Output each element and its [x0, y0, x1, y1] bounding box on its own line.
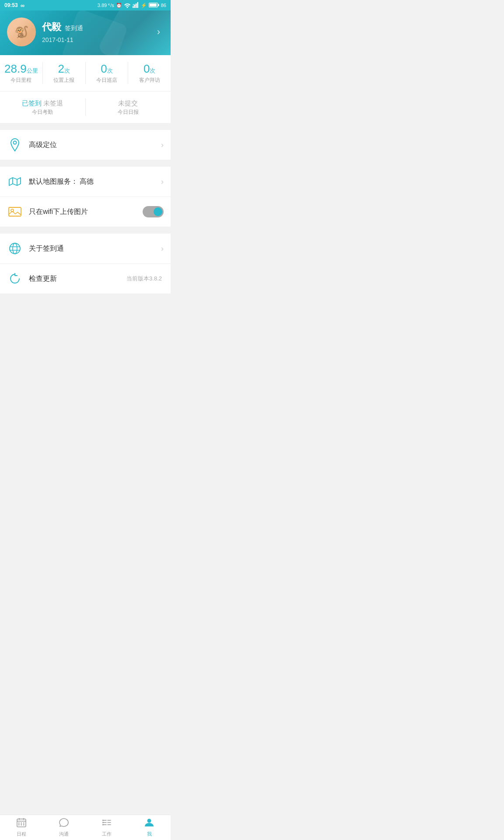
profile-left: 🐒 代毅 签到通 2017-01-11: [7, 18, 83, 46]
menu-about-text: 关于签到通: [29, 244, 161, 253]
user-name: 代毅: [42, 21, 61, 34]
svg-point-14: [10, 243, 20, 254]
stat-patrol-number: 0次: [86, 62, 128, 76]
menu-section-1: 高级定位 ›: [0, 130, 171, 160]
daily-report-label: 今日日报: [86, 108, 171, 116]
status-signed: 已签到: [22, 99, 42, 107]
signal-icon: 4G: [133, 2, 139, 9]
menu-about-arrow: ›: [161, 244, 164, 253]
battery-icon: [149, 2, 159, 9]
attendance-today: 已签到 未签退 今日考勤: [0, 98, 86, 116]
menu-item-location[interactable]: 高级定位 ›: [0, 130, 171, 160]
status-bar: 09:53 ∞ 3.89 ᴷ/s ⏰ 4G ⚡: [0, 0, 171, 10]
refresh-icon: [7, 271, 23, 287]
profile-header[interactable]: 🐒 代毅 签到通 2017-01-11 ›: [0, 10, 171, 55]
location-icon: [7, 137, 23, 153]
image-icon: [7, 204, 23, 220]
svg-rect-1: [133, 6, 134, 8]
attendance-status: 已签到 未签退: [0, 98, 85, 108]
attendance-section: 已签到 未签退 今日考勤 未提交 今日日报: [0, 91, 171, 123]
stat-location: 2次 位置上报: [43, 62, 86, 84]
menu-item-about[interactable]: 关于签到通 ›: [0, 234, 171, 264]
network-speed: 3.89 ᴷ/s: [98, 3, 114, 8]
stat-mileage-number: 28.9公里: [0, 62, 42, 76]
svg-point-9: [14, 141, 17, 144]
stat-mileage-label: 今日里程: [0, 77, 42, 84]
user-tag: 签到通: [65, 24, 83, 32]
svg-rect-12: [9, 207, 21, 216]
stat-patrol: 0次 今日巡店: [86, 62, 129, 84]
menu-item-update[interactable]: 检查更新 当前版本3.8.2: [0, 264, 171, 294]
wifi-icon: [124, 2, 131, 9]
status-left: 09:53 ∞: [4, 2, 24, 9]
menu-map-text: 默认地图服务： 高德: [29, 177, 161, 186]
lightning-icon: ⚡: [141, 3, 147, 8]
battery-level: 86: [161, 3, 166, 8]
menu-wifi-text: 只在wifi下上传图片: [29, 207, 143, 217]
globe-icon: [7, 241, 23, 256]
svg-rect-7: [150, 4, 157, 7]
user-info: 代毅 签到通 2017-01-11: [42, 21, 83, 43]
stats-section: 28.9公里 今日里程 2次 位置上报 0次 今日巡店 0次 客户拜访: [0, 55, 171, 91]
svg-rect-8: [158, 4, 159, 6]
wifi-toggle[interactable]: [143, 206, 164, 217]
attendance-label: 今日考勤: [0, 108, 85, 116]
avatar: 🐒: [7, 18, 36, 46]
svg-rect-4: [137, 2, 138, 8]
daily-report-status: 未提交: [86, 98, 171, 108]
stat-visit-label: 客户拜访: [128, 77, 171, 84]
divider-2: [0, 163, 171, 167]
daily-report: 未提交 今日日报: [86, 98, 171, 116]
toggle-track: [143, 206, 164, 217]
menu-map-arrow: ›: [161, 177, 164, 186]
toggle-thumb: [154, 207, 162, 216]
status-time: 09:53: [4, 2, 18, 8]
menu-location-text: 高级定位: [29, 140, 161, 150]
stat-location-label: 位置上报: [43, 77, 85, 84]
version-text: 当前版本3.8.2: [126, 275, 162, 283]
map-icon: [7, 174, 23, 189]
stat-mileage: 28.9公里 今日里程: [0, 62, 43, 84]
svg-point-15: [13, 243, 17, 254]
svg-text:4G: 4G: [133, 4, 136, 6]
stat-visit: 0次 客户拜访: [128, 62, 171, 84]
avatar-image: 🐒: [7, 18, 36, 46]
menu-location-arrow: ›: [161, 140, 164, 150]
user-date: 2017-01-11: [42, 36, 83, 43]
menu-item-wifi-upload[interactable]: 只在wifi下上传图片: [0, 197, 171, 227]
infinity-icon: ∞: [21, 2, 24, 9]
status-not-signed-out: 未签退: [43, 99, 63, 107]
divider-1: [0, 126, 171, 130]
divider-3: [0, 230, 171, 234]
menu-update-text: 检查更新: [29, 274, 126, 284]
profile-arrow[interactable]: ›: [154, 23, 164, 41]
stat-visit-number: 0次: [128, 62, 171, 76]
stat-location-number: 2次: [43, 62, 85, 76]
menu-section-2: 默认地图服务： 高德 › 只在wifi下上传图片: [0, 167, 171, 227]
menu-item-map[interactable]: 默认地图服务： 高德 ›: [0, 167, 171, 197]
status-right: 3.89 ᴷ/s ⏰ 4G ⚡ 86: [98, 2, 166, 9]
menu-section-3: 关于签到通 › 检查更新 当前版本3.8.2: [0, 234, 171, 294]
stat-patrol-label: 今日巡店: [86, 77, 128, 84]
svg-point-0: [126, 7, 128, 8]
clock-icon: ⏰: [116, 3, 122, 8]
